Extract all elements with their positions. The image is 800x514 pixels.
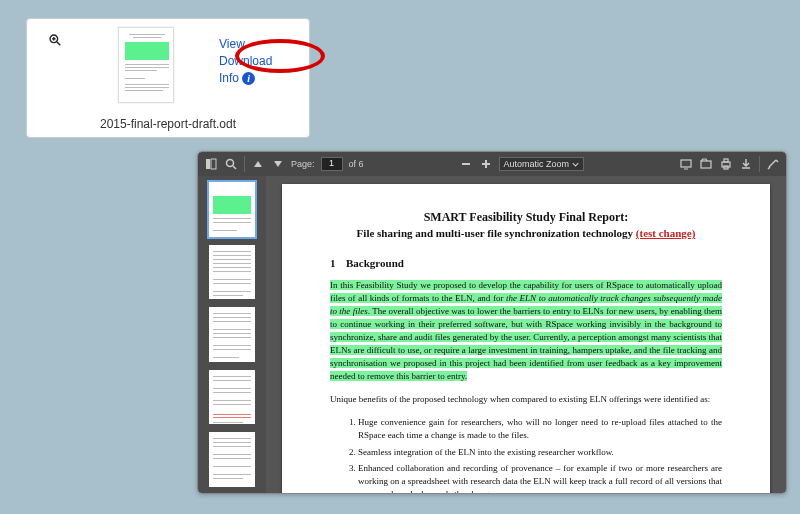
page-thumbnail[interactable] (209, 432, 255, 487)
document-page: SMART Feasibility Study Final Report: Fi… (282, 184, 770, 493)
section-heading: 1Background (330, 257, 722, 269)
page-thumbnail[interactable] (209, 370, 255, 425)
info-icon[interactable]: i (242, 72, 255, 85)
numbered-list: Huge convenience gain for researchers, w… (330, 416, 722, 493)
svg-rect-11 (681, 160, 691, 167)
zoom-select-label: Automatic Zoom (504, 159, 570, 169)
tracked-change: (test change) (636, 227, 696, 239)
page-up-icon[interactable] (251, 157, 265, 171)
doc-title: SMART Feasibility Study Final Report: (330, 210, 722, 225)
svg-rect-5 (211, 159, 216, 169)
page-total-label: of 6 (349, 159, 364, 169)
page-number-input[interactable]: 1 (321, 157, 343, 171)
svg-line-1 (57, 42, 61, 46)
file-actions: View Download Info i (219, 27, 299, 85)
file-thumbnail[interactable] (118, 27, 174, 103)
page-label: Page: (291, 159, 315, 169)
list-item: Huge convenience gain for researchers, w… (358, 416, 722, 442)
para: Unique benefits of the proposed technolo… (330, 393, 722, 406)
magnify-plus-icon[interactable] (48, 33, 62, 47)
viewer-toolbar: Page: 1 of 6 Automatic Zoom (198, 152, 786, 176)
svg-rect-4 (206, 159, 210, 169)
zoom-out-icon[interactable] (459, 157, 473, 171)
zoom-in-icon[interactable] (479, 157, 493, 171)
sidebar-toggle-icon[interactable] (204, 157, 218, 171)
thumbnail-panel[interactable] (198, 176, 266, 493)
svg-rect-15 (724, 159, 728, 162)
chevron-down-icon (572, 161, 579, 168)
list-item: Enhanced collaboration and recording of … (358, 462, 722, 493)
svg-line-7 (233, 166, 236, 169)
tools-icon[interactable] (766, 157, 780, 171)
view-link[interactable]: View (219, 37, 299, 51)
presentation-icon[interactable] (679, 157, 693, 171)
info-link[interactable]: Info (219, 71, 239, 85)
document-viewer: Page: 1 of 6 Automatic Zoom (197, 151, 787, 494)
find-icon[interactable] (224, 157, 238, 171)
print-icon[interactable] (719, 157, 733, 171)
download-link[interactable]: Download (219, 54, 299, 68)
page-thumbnail[interactable] (209, 307, 255, 362)
para-highlighted: In this Feasibility Study we proposed to… (330, 279, 722, 383)
download-icon[interactable] (739, 157, 753, 171)
file-card: View Download Info i 2015-final-report-d… (26, 18, 310, 138)
file-name-label: 2015-final-report-draft.odt (37, 117, 299, 131)
open-file-icon[interactable] (699, 157, 713, 171)
svg-rect-13 (701, 161, 711, 168)
doc-subtitle: File sharing and multi-user file synchro… (330, 227, 722, 239)
list-item: Seamless integration of the ELN into the… (358, 446, 722, 459)
page-down-icon[interactable] (271, 157, 285, 171)
zoom-select[interactable]: Automatic Zoom (499, 157, 585, 171)
svg-point-6 (227, 160, 234, 167)
page-thumbnail[interactable] (209, 245, 255, 300)
document-area[interactable]: SMART Feasibility Study Final Report: Fi… (266, 176, 786, 493)
page-thumbnail[interactable] (209, 182, 255, 237)
